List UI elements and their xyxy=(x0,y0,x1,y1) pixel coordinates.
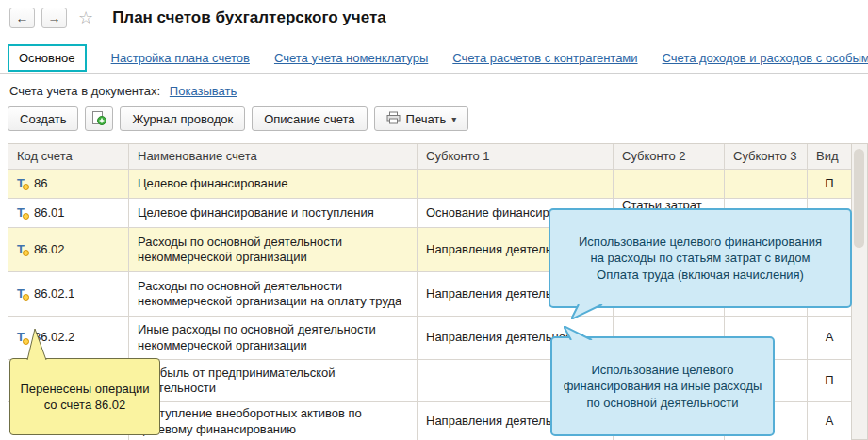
column-header-subconto1[interactable]: Субконто 1 xyxy=(418,144,614,169)
page-title: План счетов бухгалтерского учета xyxy=(112,8,386,27)
code-cell: Т86.02.1 xyxy=(8,272,129,316)
account-name: Расходы по основной деятельности некомме… xyxy=(129,228,418,271)
column-header-kind[interactable]: Вид xyxy=(808,144,851,169)
account-code: 86.02.1 xyxy=(34,286,74,301)
chevron-down-icon: ▾ xyxy=(451,114,456,124)
account-description-label: Описание счета xyxy=(264,112,354,126)
create-button[interactable]: Создать xyxy=(8,106,78,131)
tab-counterparty-accounts[interactable]: Счета расчетов с контрагентами xyxy=(452,51,637,65)
forward-arrow-icon: → xyxy=(48,10,61,25)
printer-icon xyxy=(386,111,401,127)
titlebar: ← → ☆ План счетов бухгалтерского учета xyxy=(9,8,386,28)
callout-tail xyxy=(571,304,603,319)
back-arrow-icon: ← xyxy=(16,10,29,25)
kind-cell: П xyxy=(808,360,851,401)
account-type-icon: Т xyxy=(17,286,25,301)
account-name: Иные расходы по основной деятельности не… xyxy=(129,317,418,359)
scrollbar-thumb[interactable] xyxy=(854,149,864,248)
account-name: Прибыль от предпринимательской деятельно… xyxy=(129,360,418,401)
tab-special-income-expense-accounts[interactable]: Счета доходов и расходов с особым порядк xyxy=(663,51,868,65)
favorite-star-icon[interactable]: ☆ xyxy=(78,8,93,28)
column-header-code[interactable]: Код счета xyxy=(8,144,129,169)
account-name: Целевое финансирование xyxy=(129,170,418,198)
subconto2-cell xyxy=(614,170,725,198)
create-new-icon-button[interactable] xyxy=(85,106,113,131)
account-type-icon: Т xyxy=(17,176,25,191)
column-header-name[interactable]: Наименование счета xyxy=(129,144,418,169)
code-cell: Т86.01 xyxy=(8,199,129,227)
callout-moved-operations: Перенесены операции со счета 86.02 xyxy=(9,358,160,435)
tabs-bar: Основное Настройка плана счетов Счета уч… xyxy=(0,41,868,74)
tab-chart-settings[interactable]: Настройка плана счетов xyxy=(111,51,250,65)
documents-accounts-label: Счета учета в документах: xyxy=(9,84,160,98)
toolbar: Создать Журнал проводок Описание счета xyxy=(8,106,468,131)
print-button-label: Печать xyxy=(406,112,447,126)
kind-cell: П xyxy=(808,170,851,198)
account-name: Целевое финансирование и поступления xyxy=(129,199,418,227)
code-cell: Т86 xyxy=(8,170,129,198)
document-plus-icon xyxy=(91,110,106,128)
callout-tail xyxy=(24,329,54,360)
code-cell: Т86.02 xyxy=(8,228,129,271)
account-code: 86.02 xyxy=(34,242,65,257)
column-header-subconto3[interactable]: Субконто 3 xyxy=(725,144,808,169)
journal-button[interactable]: Журнал проводок xyxy=(120,106,245,131)
journal-button-label: Журнал проводок xyxy=(132,112,233,126)
table-row[interactable]: Т86 Целевое финансирование П xyxy=(8,170,851,199)
account-type-icon: Т xyxy=(17,242,25,257)
subconto3-cell xyxy=(725,170,808,198)
create-button-label: Создать xyxy=(20,112,66,126)
column-header-subconto2[interactable]: Субконто 2 xyxy=(614,144,725,169)
callout-text: Использование целевого финансирования на… xyxy=(564,363,762,410)
subconto1-cell xyxy=(418,170,614,198)
account-type-icon: Т xyxy=(17,205,25,220)
vertical-scrollbar[interactable] xyxy=(852,143,868,440)
account-code: 86 xyxy=(34,176,47,191)
account-code: 86.01 xyxy=(34,205,65,220)
callout-tail xyxy=(564,326,594,340)
callout-payroll-expenses: Использование целевого финансирования на… xyxy=(549,208,852,308)
table-header-row: Код счета Наименование счета Субконто 1 … xyxy=(8,144,851,170)
callout-text: Использование целевого финансирования на… xyxy=(579,235,822,282)
account-description-button[interactable]: Описание счета xyxy=(252,106,367,131)
callout-other-expenses: Использование целевого финансирования на… xyxy=(550,336,775,436)
callout-text: Перенесены операции со счета 86.02 xyxy=(20,382,149,413)
show-link[interactable]: Показывать xyxy=(170,84,237,98)
print-button[interactable]: Печать ▾ xyxy=(374,106,469,131)
back-button[interactable]: ← xyxy=(9,8,35,28)
forward-button[interactable]: → xyxy=(41,8,67,28)
tab-item-accounts[interactable]: Счета учета номенклатуры xyxy=(274,51,428,65)
kind-cell: А xyxy=(808,317,851,359)
account-name: Расходы по основной деятельности некомме… xyxy=(129,272,418,316)
tab-main[interactable]: Основное xyxy=(8,44,87,72)
documents-accounts-bar: Счета учета в документах: Показывать xyxy=(9,84,237,98)
account-name: Поступление внеоборотных активов по целе… xyxy=(129,402,418,440)
kind-cell: А xyxy=(808,402,851,440)
app-window: ← → ☆ План счетов бухгалтерского учета О… xyxy=(0,0,868,440)
